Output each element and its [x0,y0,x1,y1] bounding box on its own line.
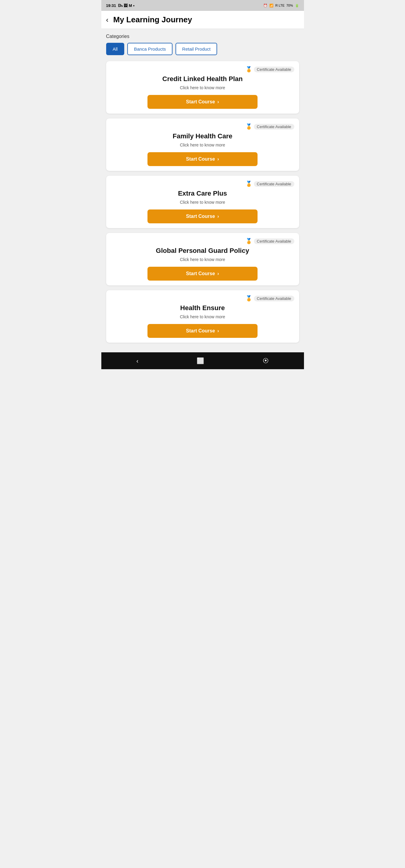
start-course-label: Start Course [186,156,215,162]
start-course-label: Start Course [186,214,215,219]
course-title: Global Personal Guard Policy [111,247,294,255]
battery-icon: 🔋 [295,4,299,7]
nav-back-icon[interactable]: ‹ [136,358,138,364]
course-card-credit-linked-health-plan: 🏅 Certificate Available Credit Linked He… [106,61,299,114]
nav-home-icon[interactable]: ⬜ [197,357,204,364]
course-title: Health Ensure [111,304,294,312]
page-title: My Learning Journey [113,15,193,24]
course-card-health-ensure: 🏅 Certificate Available Health Ensure Cl… [106,290,299,343]
certificate-icon: 🏅 [245,123,252,130]
start-course-label: Start Course [186,99,215,104]
arrow-icon: › [218,99,219,104]
certificate-icon: 🏅 [245,295,252,302]
main-content: Categories All Banca Products Retail Pro… [101,29,304,352]
certificate-text: Certificate Available [254,296,294,301]
alarm-icon: ⏰ [263,4,267,7]
course-title: Family Health Care [111,132,294,140]
start-course-button-4[interactable]: Start Course › [147,267,258,281]
battery-display: 70% [286,4,293,7]
arrow-icon: › [218,156,219,162]
status-bar: 19:31 𝔻ₕ 🖼 M • ⏰ 📶 R LTE 70% 🔋 [101,0,304,11]
start-course-button-1[interactable]: Start Course › [147,95,258,109]
start-course-button-5[interactable]: Start Course › [147,324,258,338]
bottom-nav-bar: ‹ ⬜ ⦿ [101,352,304,369]
category-all-button[interactable]: All [106,43,124,55]
categories-label: Categories [106,34,299,39]
signal-icon: R LTE [275,4,284,7]
status-time: 19:31 𝔻ₕ 🖼 M • [106,3,135,8]
category-buttons-row: All Banca Products Retail Product [106,43,299,55]
certificate-badge: 🏅 Certificate Available [111,295,294,302]
arrow-icon: › [218,328,219,334]
certificate-badge: 🏅 Certificate Available [111,238,294,244]
certificate-icon: 🏅 [245,181,252,187]
course-subtitle: Click here to know more [111,200,294,205]
course-card-family-health-care: 🏅 Certificate Available Family Health Ca… [106,119,299,171]
certificate-badge: 🏅 Certificate Available [111,181,294,187]
start-course-label: Start Course [186,328,215,334]
certificate-text: Certificate Available [254,124,294,130]
certificate-text: Certificate Available [254,239,294,244]
course-subtitle: Click here to know more [111,314,294,319]
certificate-text: Certificate Available [254,67,294,72]
arrow-icon: › [218,271,219,276]
course-title: Credit Linked Health Plan [111,75,294,83]
certificate-badge: 🏅 Certificate Available [111,123,294,130]
certificate-badge: 🏅 Certificate Available [111,66,294,73]
wifi-icon: 📶 [269,4,273,7]
arrow-icon: › [218,214,219,219]
course-card-global-personal-guard-policy: 🏅 Certificate Available Global Personal … [106,233,299,285]
certificate-text: Certificate Available [254,181,294,187]
course-title: Extra Care Plus [111,190,294,197]
category-retail-button[interactable]: Retail Product [175,43,217,55]
start-course-label: Start Course [186,271,215,276]
nav-recents-icon[interactable]: ⦿ [263,358,269,364]
status-icons: 𝔻ₕ 🖼 M • [118,3,135,8]
back-button[interactable]: ‹ [106,16,109,24]
course-card-extra-care-plus: 🏅 Certificate Available Extra Care Plus … [106,176,299,228]
status-right-icons: ⏰ 📶 R LTE 70% 🔋 [263,4,299,7]
start-course-button-2[interactable]: Start Course › [147,152,258,166]
course-subtitle: Click here to know more [111,257,294,262]
header: ‹ My Learning Journey [101,11,304,29]
certificate-icon: 🏅 [245,66,252,73]
start-course-button-3[interactable]: Start Course › [147,210,258,223]
course-subtitle: Click here to know more [111,143,294,147]
course-subtitle: Click here to know more [111,85,294,90]
category-banca-button[interactable]: Banca Products [127,43,173,55]
time-display: 19:31 [106,3,116,8]
certificate-icon: 🏅 [245,238,252,244]
